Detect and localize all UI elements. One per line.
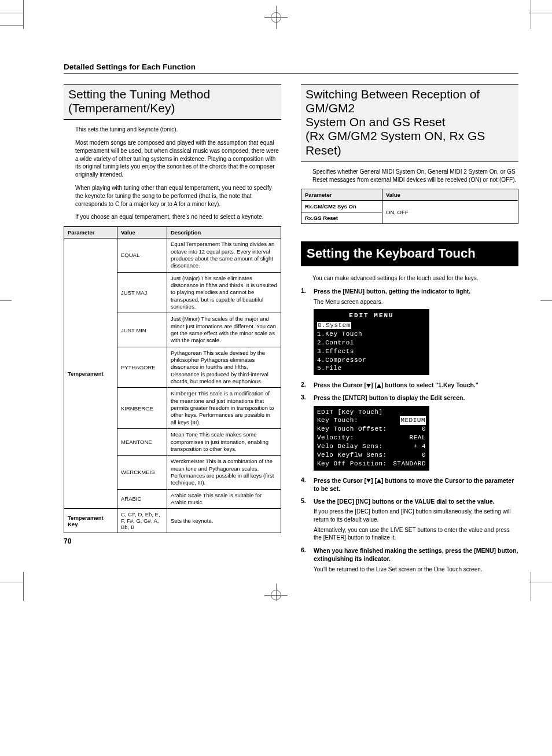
up-arrow-icon [377,479,381,483]
td-value: JUST MAJ [117,272,167,313]
up-arrow-icon [377,384,381,388]
lcd-row: 1.Key Touch [317,330,426,339]
lcd-row: 4.Compressor [317,356,426,365]
td-value: ARABIC [117,489,167,509]
title-line: (Temperament/Key) [68,101,277,115]
step-lead: When you have finished making the settin… [314,546,518,563]
temperament-table: Parameter Value Description Temperament … [64,226,281,533]
step-3: 3. Press the [ENTER] button to display t… [301,394,518,470]
step-sub: Alternatively, you can use the LIVE SET … [314,526,518,542]
td-desc: Kirnberger This scale is a modification … [167,388,281,429]
step-sub: You'll be returned to the Live Set scree… [314,566,518,574]
step-lead: Press the Cursor [] [] buttons to move t… [314,476,518,493]
td-value: EQUAL [117,238,167,272]
lcd-row: 5.File [317,364,426,373]
lcd-row: Key Touch:MEDIUM [317,416,426,425]
th-value: Value [382,189,518,201]
right-column: Switching Between Reception of GM/GM2 Sy… [301,84,518,578]
td-desc: Equal Temperament This tuning divides an… [167,238,281,272]
lcd-title: EDIT [Key Touch] [317,408,426,417]
paragraph: When playing with tuning other than equa… [75,184,281,208]
step-sub: If you press the [DEC] button and [INC] … [314,508,518,524]
th-parameter: Parameter [301,189,382,201]
title-line: Switching Between Reception of GM/GM2 [306,87,514,115]
down-arrow-icon [366,384,371,388]
running-header: Detailed Settings for Each Function [64,63,518,74]
step-lead: Press the [MENU] button, getting the ind… [314,287,518,295]
th-parameter: Parameter [64,227,117,238]
section-title-tuning: Setting the Tuning Method (Temperament/K… [64,84,281,120]
lcd-row: Velo Delay Sens:+ 4 [317,442,426,451]
lcd-row: 0.System [317,321,426,330]
td-desc: Werckmeister This is a combination of th… [167,456,281,489]
step-lead: Press the Cursor [] [] buttons to select… [314,381,518,389]
td-value: JUST MIN [117,313,167,347]
paragraph: This sets the tuning and keynote (tonic)… [75,126,281,134]
down-arrow-icon [366,479,371,483]
td-value: ON, OFF [382,201,518,224]
td-param-temperament: Temperament [64,238,117,509]
step-number: 5. [301,497,306,504]
step-2: 2. Press the Cursor [] [] buttons to sel… [301,381,518,389]
rx-table: Parameter Value Rx.GM/GM2 Sys On ON, OFF… [301,189,518,224]
td-desc: Sets the keynote. [167,509,281,533]
td-desc: Arabic Scale This scale is suitable for … [167,489,281,509]
lcd-row: Velo Keyflw Sens:0 [317,451,426,460]
td-value: PYTHAGORE [117,347,167,388]
td-param-key: Temperament Key [64,509,117,533]
step-number: 3. [301,394,306,401]
td-desc: Just (Minor) The scales of the major and… [167,313,281,347]
lcd-title: EDIT MENU [317,311,426,320]
step-number: 1. [301,287,306,294]
paragraph: Specifies whether General MIDI System On… [312,168,518,184]
page-number: 70 [64,537,71,545]
step-5: 5. Use the [DEC] [INC] buttons or the VA… [301,497,518,542]
lcd-row: Key Off Position:STANDARD [317,460,426,468]
td-value: KIRNBERGE [117,388,167,429]
td-value: MEANTONE [117,429,167,456]
td-param: Rx.GM/GM2 Sys On [301,201,382,212]
lcd-key-touch: EDIT [Key Touch] Key Touch:MEDIUM Key To… [314,406,429,471]
step-lead: Press the [ENTER] button to display the … [314,394,518,402]
step-lead: Use the [DEC] [INC] buttons or the VALUE… [314,497,518,505]
paragraph: Most modern songs are composed and playe… [75,139,281,179]
td-value: WERCKMEIS [117,456,167,489]
section-title-keyboard-touch: Setting the Keyboard Touch [301,241,518,266]
td-param: Rx.GS Reset [301,212,382,224]
title-line: (Rx GM/GM2 System ON, Rx GS Reset) [306,129,514,157]
title-line: Setting the Tuning Method [68,87,277,101]
td-desc: Pythagorean This scale devised by the ph… [167,347,281,388]
registration-mark-bottom [264,583,288,601]
step-number: 6. [301,546,306,553]
th-description: Description [167,227,281,238]
step-1: 1. Press the [MENU] button, getting the … [301,287,518,375]
td-desc: Just (Major) This scale eliminates disso… [167,272,281,313]
lcd-row: 2.Control [317,339,426,347]
left-column: Setting the Tuning Method (Temperament/K… [64,84,281,578]
title-line: System On and GS Reset [306,115,514,129]
lcd-row: Key Touch Offset:0 [317,425,426,434]
steps-list: 1. Press the [MENU] button, getting the … [301,287,518,573]
td-desc: Mean Tone This scale makes some compromi… [167,429,281,456]
step-4: 4. Press the Cursor [] [] buttons to mov… [301,476,518,493]
paragraph: You can make advanced settings for the t… [312,274,518,282]
th-value: Value [117,227,167,238]
registration-mark-top [264,6,288,29]
step-number: 4. [301,476,306,483]
step-number: 2. [301,381,306,388]
td-value: C, C#, D, Eb, E, F, F#, G, G#, A, Bb, B [117,509,167,533]
lcd-row: 3.Effects [317,347,426,356]
step-6: 6. When you have finished making the set… [301,546,518,573]
section-title-gm: Switching Between Reception of GM/GM2 Sy… [301,84,518,162]
lcd-row: Velocity:REAL [317,434,426,442]
step-sub: The Menu screen appears. [314,298,518,306]
lcd-edit-menu: EDIT MENU 0.System 1.Key Touch 2.Control… [314,309,429,375]
paragraph: If you choose an equal temperament, ther… [75,213,281,221]
